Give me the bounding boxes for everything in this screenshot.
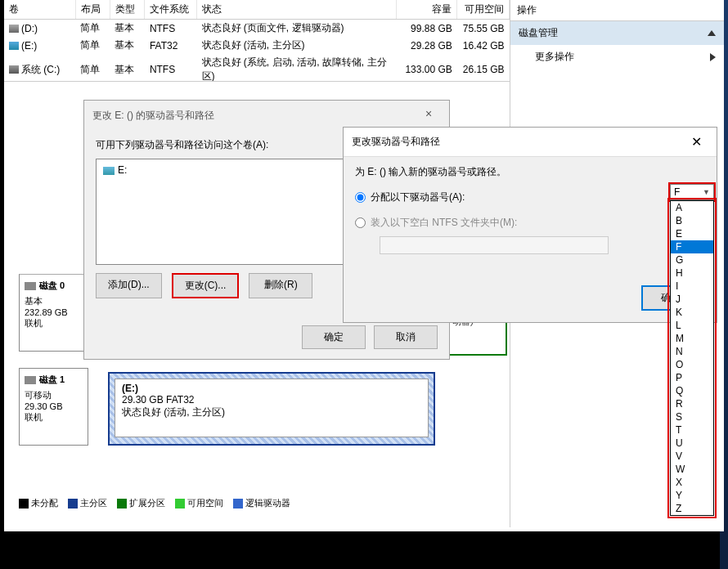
submenu-icon [710,53,716,61]
change-button[interactable]: 更改(C)... [172,273,240,298]
disk-1-panel[interactable]: 磁盘 1 可移动 29.30 GB 联机 [19,368,88,446]
col-free[interactable]: 可用空间 [457,0,510,20]
letter-option[interactable]: R [671,397,713,410]
letter-option[interactable]: E [671,227,713,240]
cancel-button[interactable]: 取消 [374,325,438,349]
letter-option[interactable]: U [671,437,713,450]
letter-option[interactable]: J [671,293,713,306]
drive-letter-dropdown[interactable]: ABEFGHIJKLMNOPQRSTUVWXYZ [670,200,714,516]
letter-option[interactable]: Z [671,502,713,515]
letter-option[interactable]: K [671,306,713,319]
mount-folder-option[interactable]: 装入以下空白 NTFS 文件夹中(M): [355,213,705,233]
letter-option[interactable]: L [671,319,713,332]
drive-letter-combo[interactable]: F ▼ [670,184,714,200]
dialog-title: 更改 E: () 的驱动器号和路径 [92,109,214,123]
col-volume[interactable]: 卷 [4,0,75,20]
col-fs[interactable]: 文件系统 [145,0,197,20]
letter-option[interactable]: X [671,476,713,489]
letter-option[interactable]: Q [671,384,713,397]
dialog-title: 更改驱动器号和路径 [352,135,440,149]
ok-button[interactable]: 确定 [302,325,366,349]
add-button[interactable]: 添加(D)... [96,273,162,298]
assign-letter-option[interactable]: 分配以下驱动器号(A): [355,187,705,208]
letter-option[interactable]: N [671,345,713,358]
drive-icon [103,167,115,175]
legend: 未分配 主分区 扩展分区 可用空间 逻辑驱动器 [19,497,290,509]
letter-option[interactable]: O [671,358,713,371]
volume-table: 卷 布局 类型 文件系统 状态 容量 可用空间 (D:)简单基本NTFS状态良好… [4,0,510,82]
letter-option[interactable]: P [671,371,713,384]
volume-row[interactable]: 系统 (C:)简单基本NTFS状态良好 (系统, 启动, 活动, 故障转储, 主… [4,54,510,82]
close-icon[interactable]: ✕ [684,134,708,150]
disk1-volume-e[interactable]: (E:) 29.30 GB FAT32 状态良好 (活动, 主分区) [108,372,435,446]
actions-title: 操作 [510,0,724,21]
disk-icon [25,282,36,290]
disk-icon [25,376,36,384]
volume-row[interactable]: (E:)简单基本FAT32状态良好 (活动, 主分区)29.28 GB16.42… [4,37,510,54]
letter-option[interactable]: B [671,214,713,227]
action-more[interactable]: 更多操作 [510,45,724,69]
letter-option[interactable]: W [671,463,713,476]
assign-letter-radio[interactable] [355,192,366,203]
dialog-description: 为 E: () 输入新的驱动器号或路径。 [355,165,705,179]
col-type[interactable]: 类型 [110,0,144,20]
col-layout[interactable]: 布局 [75,0,110,20]
letter-option[interactable]: A [671,201,713,214]
letter-option[interactable]: I [671,280,713,293]
letter-option[interactable]: Y [671,489,713,502]
collapse-icon [708,30,716,36]
letter-option[interactable]: T [671,423,713,437]
close-icon[interactable]: × [416,107,441,123]
volume-row[interactable]: (D:)简单基本NTFS状态良好 (页面文件, 逻辑驱动器)99.88 GB75… [4,20,510,38]
col-status[interactable]: 状态 [197,0,397,20]
letter-option[interactable]: S [671,410,713,423]
letter-option[interactable]: M [671,332,713,345]
col-cap[interactable]: 容量 [397,0,457,20]
letter-option[interactable]: G [671,253,713,267]
remove-button[interactable]: 删除(R) [249,273,312,298]
mount-folder-radio[interactable] [355,217,366,228]
disk-0-panel[interactable]: 磁盘 0 基本 232.89 GB 联机 [19,274,88,352]
letter-option[interactable]: H [671,267,713,280]
chevron-down-icon: ▼ [703,188,710,196]
letter-option[interactable]: V [671,450,713,463]
assign-drive-letter-dialog: 更改驱动器号和路径 ✕ 为 E: () 输入新的驱动器号或路径。 分配以下驱动器… [343,127,717,323]
action-disk-management[interactable]: 磁盘管理 [510,21,724,45]
mount-path-input [380,236,609,254]
letter-option[interactable]: F [671,240,713,253]
